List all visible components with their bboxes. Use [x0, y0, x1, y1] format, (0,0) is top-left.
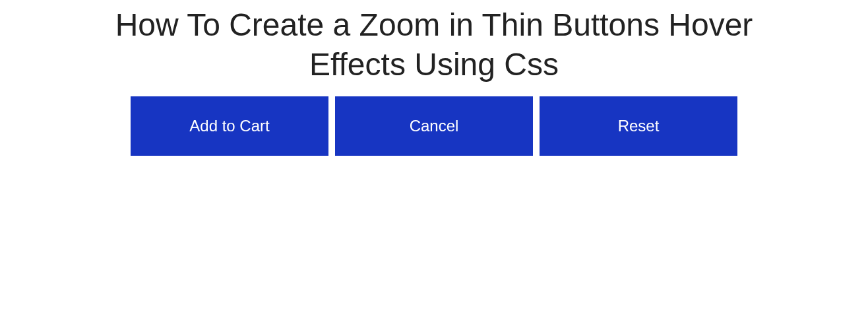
page-title: How To Create a Zoom in Thin Buttons Hov… — [71, 5, 797, 84]
button-row: Add to Cart Cancel Reset — [131, 96, 737, 156]
add-to-cart-button[interactable]: Add to Cart — [131, 96, 328, 156]
reset-button[interactable]: Reset — [540, 96, 737, 156]
cancel-button[interactable]: Cancel — [335, 96, 533, 156]
